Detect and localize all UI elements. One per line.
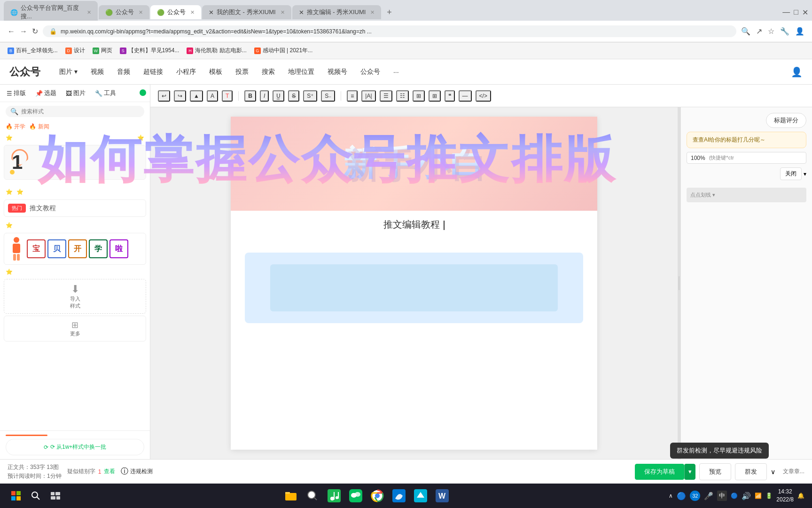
article-actions[interactable]: 文章章... <box>783 468 804 476</box>
typo-check-link[interactable]: 查看 <box>104 468 115 476</box>
tab-close-xiumi1[interactable]: ✕ <box>281 9 285 16</box>
profile-icon[interactable]: 👤 <box>795 27 804 36</box>
toolbar-code[interactable]: </> <box>476 90 491 102</box>
taskbar-search-app[interactable] <box>303 486 322 506</box>
toolbar-bold[interactable]: B <box>244 90 256 102</box>
tab-image[interactable]: 🖼 图片 <box>63 87 88 99</box>
bookmark-web[interactable]: W 网页 <box>93 47 112 55</box>
notification-icon[interactable]: 🔔 <box>797 492 804 499</box>
taskbar-wechat-app[interactable] <box>346 486 366 506</box>
tab-xiumi1[interactable]: ✕ 我的图文 - 秀米XIUMI ✕ <box>202 5 291 19</box>
toolbar-font[interactable]: A <box>207 90 218 102</box>
toolbar-indent[interactable]: ⊞ <box>413 90 425 102</box>
account-icon[interactable]: 👤 <box>791 67 803 77</box>
nav-search[interactable]: 搜索 <box>256 65 281 79</box>
toolbar-italic[interactable]: I <box>260 90 269 102</box>
extensions-icon[interactable]: 🔧 <box>780 27 789 36</box>
network-icon[interactable]: 📶 <box>755 492 762 499</box>
close-button[interactable]: ✕ <box>802 8 808 17</box>
forward-button[interactable]: → <box>20 27 27 36</box>
nav-location[interactable]: 地理位置 <box>282 65 320 79</box>
article-content[interactable] <box>231 238 597 380</box>
taskbar-edge-app[interactable] <box>389 486 409 506</box>
taskbar-word-app[interactable]: W <box>432 486 452 506</box>
nav-template[interactable]: 模板 <box>203 65 228 79</box>
bookmark-icon[interactable]: ☆ <box>768 27 774 36</box>
refresh-button[interactable]: ↻ <box>32 27 38 36</box>
tab-tools[interactable]: 🔧 工具 <box>92 87 119 99</box>
template-item-number[interactable]: 1 <box>0 143 150 182</box>
toolbar-ordered-list[interactable]: ☷ <box>396 90 409 102</box>
bookmark-design[interactable]: D 设计 <box>65 47 85 55</box>
toolbar-color[interactable]: T <box>222 90 233 102</box>
chevron-icon[interactable]: ∧ <box>669 492 673 499</box>
score-button[interactable]: 标题评分 <box>766 113 806 128</box>
close-dropdown-icon[interactable]: ▾ <box>804 171 806 177</box>
send-dropdown[interactable]: ∨ <box>771 468 775 476</box>
search-button[interactable] <box>27 487 44 504</box>
minimize-button[interactable]: — <box>782 8 790 17</box>
save-dropdown-button[interactable]: ▾ <box>684 464 695 480</box>
maximize-button[interactable]: □ <box>794 8 798 17</box>
notification-badge[interactable]: 32 <box>690 491 700 501</box>
new-tab-button[interactable]: + <box>382 6 397 19</box>
template-char-boxes[interactable]: 宝 贝 开 学 啦 <box>4 233 146 265</box>
violation-check-label[interactable]: 违规检测 <box>130 468 153 476</box>
bookmark-history[interactable]: S 【史料】早见1954... <box>120 47 180 55</box>
tab-baike[interactable]: 🌐 公众号平台官网_百度搜... ✕ <box>4 1 98 24</box>
taskbar-music-app[interactable] <box>324 486 344 506</box>
toolbar-subscript[interactable]: S₋ <box>321 90 335 102</box>
search-icon[interactable]: 🔍 <box>741 27 750 36</box>
toolbar-list[interactable]: ☰ <box>380 90 392 102</box>
import-tools-area[interactable]: ⬇ 导入样式 <box>4 279 146 314</box>
tab-bianpai[interactable]: ☰ 排版 <box>4 87 29 99</box>
nav-audio[interactable]: 音频 <box>111 65 136 79</box>
nav-more[interactable]: ··· <box>388 65 405 79</box>
tab-xuanti[interactable]: 📌 选题 <box>32 87 59 99</box>
more-tools-area[interactable]: ⊞ 更多 <box>4 316 146 341</box>
taskbar-chrome-app[interactable] <box>367 486 387 506</box>
tab-close-baike[interactable]: ✕ <box>87 9 91 16</box>
battery-icon[interactable]: 🔋 <box>765 492 773 499</box>
bookmark-baike[interactable]: B 百科_全球领先... <box>8 47 58 55</box>
start-button[interactable] <box>8 487 24 504</box>
volume-icon[interactable]: 🔊 <box>742 492 751 500</box>
nav-vote[interactable]: 投票 <box>230 65 254 79</box>
tab-close-xiumi2[interactable]: ✕ <box>370 9 375 16</box>
tag-xinwen[interactable]: 🔥 新闻 <box>29 123 49 131</box>
template-hot-item[interactable]: 热门 推文教程 <box>4 199 146 217</box>
close-button[interactable]: 关闭 <box>780 167 802 180</box>
taskbar-clock[interactable]: 14:32 2022/8 <box>776 488 794 504</box>
task-view-button[interactable] <box>47 487 64 504</box>
preview-button[interactable]: 预览 <box>699 463 731 480</box>
replace-button[interactable]: ⟳ ⟳ 从1w+样式中换一批 <box>6 439 144 455</box>
toolbar-quote[interactable]: ❝ <box>445 90 455 102</box>
content-editor[interactable]: 新手小白 新手小白 推文编辑教程 <box>150 107 678 459</box>
back-button[interactable]: ← <box>8 27 15 36</box>
tab-gongzhonghao2[interactable]: 🟢 公众号 ✕ <box>150 5 201 19</box>
nav-miniapp[interactable]: 小程序 <box>171 65 202 79</box>
bluetooth-icon[interactable]: 🔵 <box>677 492 686 500</box>
share-icon[interactable]: ↗ <box>756 27 762 36</box>
toolbar-underline[interactable]: U̲ <box>273 90 284 102</box>
toolbar-undo[interactable]: ↩ <box>158 90 170 102</box>
search-input[interactable] <box>21 108 140 115</box>
bookmark-movie[interactable]: H 海伦凯勒 励志电影... <box>187 47 246 55</box>
sogou-icon[interactable]: 🔵 <box>731 492 738 499</box>
nav-gongzhonghao[interactable]: 公众号 <box>355 65 386 79</box>
tab-close-wx1[interactable]: ✕ <box>139 9 143 16</box>
toolbar-table[interactable]: ⊞ <box>429 90 441 102</box>
tab-gongzhonghao1[interactable]: 🟢 公众号 ✕ <box>99 5 149 19</box>
toolbar-align-left[interactable]: ▲ <box>190 90 203 102</box>
bookmark-china[interactable]: G 感动中国 | 2021年... <box>254 47 312 55</box>
toolbar-redo[interactable]: ↪ <box>174 90 186 102</box>
toolbar-hr[interactable]: — <box>459 90 472 102</box>
save-draft-button[interactable]: 保存为草稿 <box>635 464 684 480</box>
tag-kaixue[interactable]: 🔥 开学 <box>6 123 25 131</box>
tab-close-wx2[interactable]: ✕ <box>190 9 195 16</box>
ime-indicator[interactable]: 中 <box>717 491 727 501</box>
toolbar-align[interactable]: ≡ <box>347 90 358 102</box>
tab-xiumi2[interactable]: ✕ 推文编辑 - 秀米XIUMI ✕ <box>292 5 382 19</box>
mic-icon[interactable]: 🎤 <box>704 492 713 500</box>
taskbar-blue-app[interactable] <box>411 486 430 506</box>
